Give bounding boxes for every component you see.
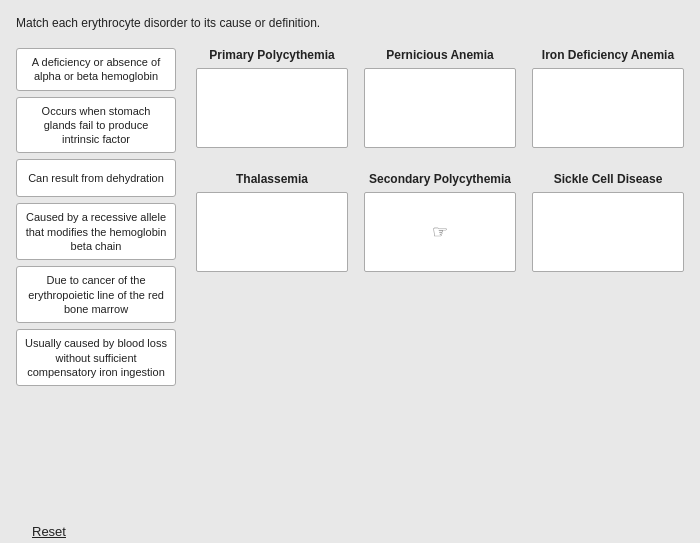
drop-label-drop-5: Secondary Polycythemia: [369, 172, 511, 186]
drop-zone-drop-1[interactable]: [196, 68, 348, 148]
drop-label-drop-2: Pernicious Anemia: [386, 48, 494, 62]
right-panel: Primary PolycythemiaPernicious AnemiaIro…: [196, 48, 684, 386]
drop-col-drop-6: Sickle Cell Disease: [532, 172, 684, 272]
drop-zone-drop-2[interactable]: [364, 68, 516, 148]
drop-col-drop-2: Pernicious Anemia: [364, 48, 516, 148]
cursor-hint: ☞: [365, 193, 515, 271]
drop-zone-drop-3[interactable]: [532, 68, 684, 148]
drop-col-drop-3: Iron Deficiency Anemia: [532, 48, 684, 148]
drop-col-drop-1: Primary Polycythemia: [196, 48, 348, 148]
drag-item-6[interactable]: Usually caused by blood loss without suf…: [16, 329, 176, 386]
drop-zone-drop-5[interactable]: ☞: [364, 192, 516, 272]
drop-zone-drop-4[interactable]: [196, 192, 348, 272]
main-layout: A deficiency or absence of alpha or beta…: [16, 48, 684, 386]
instruction-text: Match each erythrocyte disorder to its c…: [16, 16, 684, 30]
drop-label-drop-3: Iron Deficiency Anemia: [542, 48, 674, 62]
drag-item-4[interactable]: Caused by a recessive allele that modifi…: [16, 203, 176, 260]
reset-button[interactable]: Reset: [32, 524, 66, 539]
left-panel: A deficiency or absence of alpha or beta…: [16, 48, 176, 386]
drag-item-2[interactable]: Occurs when stomach glands fail to produ…: [16, 97, 176, 154]
drop-label-drop-1: Primary Polycythemia: [209, 48, 334, 62]
page-wrapper: Match each erythrocyte disorder to its c…: [16, 16, 684, 543]
drop-label-drop-4: Thalassemia: [236, 172, 308, 186]
drop-row-1: Primary PolycythemiaPernicious AnemiaIro…: [196, 48, 684, 148]
drag-item-3[interactable]: Can result from dehydration: [16, 159, 176, 197]
drop-col-drop-4: Thalassemia: [196, 172, 348, 272]
drop-label-drop-6: Sickle Cell Disease: [554, 172, 663, 186]
drag-item-1[interactable]: A deficiency or absence of alpha or beta…: [16, 48, 176, 91]
drop-row-2: ThalassemiaSecondary Polycythemia☞Sickle…: [196, 172, 684, 272]
drop-col-drop-5: Secondary Polycythemia☞: [364, 172, 516, 272]
drop-zone-drop-6[interactable]: [532, 192, 684, 272]
drag-item-5[interactable]: Due to cancer of the erythropoietic line…: [16, 266, 176, 323]
